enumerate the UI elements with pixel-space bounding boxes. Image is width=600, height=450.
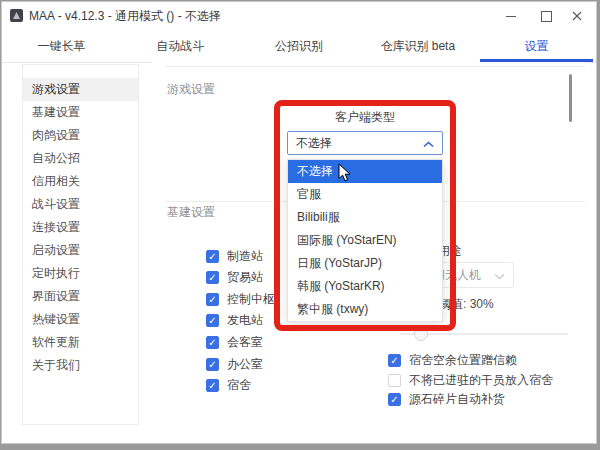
option-txwy[interactable]: 繁中服 (txwy) (288, 298, 442, 321)
option-bilibili-server[interactable]: Bilibili服 (288, 206, 442, 229)
chevron-up-icon (423, 141, 434, 148)
checkbox-label: 会客室 (227, 334, 263, 351)
checkbox-manufacturing-station[interactable] (206, 250, 219, 263)
client-type-select[interactable]: 不选择 (287, 131, 443, 155)
tab-bar: 一键长草 自动战斗 公招识别 仓库识别 beta 设置 (2, 30, 596, 63)
sidebar-item-connection-settings[interactable]: 连接设置 (23, 216, 138, 239)
checkbox-reception-room[interactable] (206, 336, 219, 349)
tab-recruit-recognition[interactable]: 公招识别 (240, 30, 359, 62)
option-official-server[interactable]: 官服 (288, 183, 442, 206)
dorm-option-row: 源石碎片自动补货 (388, 392, 505, 407)
facility-row: 发电站 (206, 313, 263, 328)
tab-label: 设置 (525, 38, 549, 55)
facility-row: 办公室 (206, 357, 263, 372)
scrollbar-thumb[interactable] (569, 74, 572, 122)
sidebar-item-game-settings[interactable]: 游戏设置 (23, 78, 138, 101)
checkbox-control-center[interactable] (206, 293, 219, 306)
tab-label: 自动战斗 (156, 38, 204, 55)
client-type-value: 不选择 (296, 135, 332, 152)
tab-settings[interactable]: 设置 (477, 30, 596, 62)
maximize-icon (541, 11, 552, 22)
checkbox-label: 宿舍 (227, 377, 251, 394)
sidebar-item-auto-recruit[interactable]: 自动公招 (23, 147, 138, 170)
checkbox-label: 源石碎片自动补货 (409, 391, 505, 408)
chevron-down-icon (494, 273, 505, 280)
option-yostar-jp[interactable]: 日服 (YoStarJP) (288, 252, 442, 275)
facility-row: 会客室 (206, 335, 263, 350)
close-icon (572, 11, 582, 21)
dorm-option-row: 宿舍空余位置蹭信赖 (388, 353, 517, 368)
tab-farming[interactable]: 一键长草 (2, 30, 121, 62)
game-section-title: 游戏设置 (167, 81, 215, 98)
close-button[interactable] (562, 2, 592, 30)
section-divider (165, 66, 585, 67)
sidebar-item-hotkey-settings[interactable]: 热键设置 (23, 308, 138, 331)
checkbox-trading-post[interactable] (206, 271, 219, 284)
tab-label: 公招识别 (275, 38, 323, 55)
sidebar-item-roguelike-settings[interactable]: 肉鸽设置 (23, 124, 138, 147)
app-window: MAA - v4.12.3 - 通用模式 () - 不选择 一键长草 自动战斗 … (1, 1, 597, 444)
infra-section-title: 基建设置 (167, 204, 215, 221)
checkbox-label: 办公室 (227, 356, 263, 373)
checkbox-label: 不将已进驻的干员放入宿舍 (409, 372, 553, 389)
client-type-label: 客户端类型 (287, 109, 443, 126)
checkbox-label: 控制中枢 (227, 291, 275, 308)
checkbox-no-stationed-operators[interactable] (388, 374, 401, 387)
maximize-button[interactable] (531, 2, 561, 30)
sidebar-item-credit[interactable]: 信用相关 (23, 170, 138, 193)
slider-knob[interactable] (414, 327, 428, 341)
tab-label: 仓库识别 beta (380, 38, 455, 55)
sidebar-item-about-us[interactable]: 关于我们 (23, 354, 138, 377)
checkbox-label: 发电站 (227, 312, 263, 329)
sidebar-item-ui-settings[interactable]: 界面设置 (23, 285, 138, 308)
checkbox-label: 贸易站 (227, 269, 263, 286)
minimize-icon (506, 16, 516, 17)
titlebar: MAA - v4.12.3 - 通用模式 () - 不选择 (2, 2, 596, 30)
client-type-dropdown-list: 不选择 官服 Bilibili服 国际服 (YoStarEN) 日服 (YoSt… (287, 159, 443, 322)
tab-label: 一键长草 (37, 38, 85, 55)
checkbox-dormitory[interactable] (206, 379, 219, 392)
facility-row: 宿舍 (206, 378, 251, 393)
option-no-selection[interactable]: 不选择 (288, 160, 442, 183)
checkbox-office[interactable] (206, 358, 219, 371)
option-yostar-kr[interactable]: 韩服 (YoStarKR) (288, 275, 442, 298)
tab-auto-battle[interactable]: 自动战斗 (121, 30, 240, 62)
option-yostar-en[interactable]: 国际服 (YoStarEN) (288, 229, 442, 252)
checkbox-label: 制造站 (227, 248, 263, 265)
facility-row: 制造站 (206, 249, 263, 264)
sidebar-item-scheduled-tasks[interactable]: 定时执行 (23, 262, 138, 285)
dorm-option-row: 不将已进驻的干员放入宿舍 (388, 373, 553, 388)
sidebar-item-software-update[interactable]: 软件更新 (23, 331, 138, 354)
tab-depot-recognition[interactable]: 仓库识别 beta (358, 30, 477, 62)
settings-sidebar: 游戏设置 基建设置 肉鸽设置 自动公招 信用相关 战斗设置 连接设置 启动设置 … (22, 64, 139, 425)
checkbox-label: 宿舍空余位置蹭信赖 (409, 352, 517, 369)
facility-row: 控制中枢 (206, 292, 275, 307)
app-logo-icon (10, 9, 23, 22)
window-title: MAA - v4.12.3 - 通用模式 () - 不选择 (29, 2, 221, 30)
checkbox-dorm-trust[interactable] (388, 354, 401, 367)
sidebar-item-infrastructure-settings[interactable]: 基建设置 (23, 101, 138, 124)
facility-row: 贸易站 (206, 270, 263, 285)
minimize-button[interactable] (496, 2, 526, 30)
sidebar-item-combat-settings[interactable]: 战斗设置 (23, 193, 138, 216)
checkbox-power-station[interactable] (206, 314, 219, 327)
checkbox-originium-shard-auto-replenish[interactable] (388, 393, 401, 406)
sidebar-item-startup-settings[interactable]: 启动设置 (23, 239, 138, 262)
